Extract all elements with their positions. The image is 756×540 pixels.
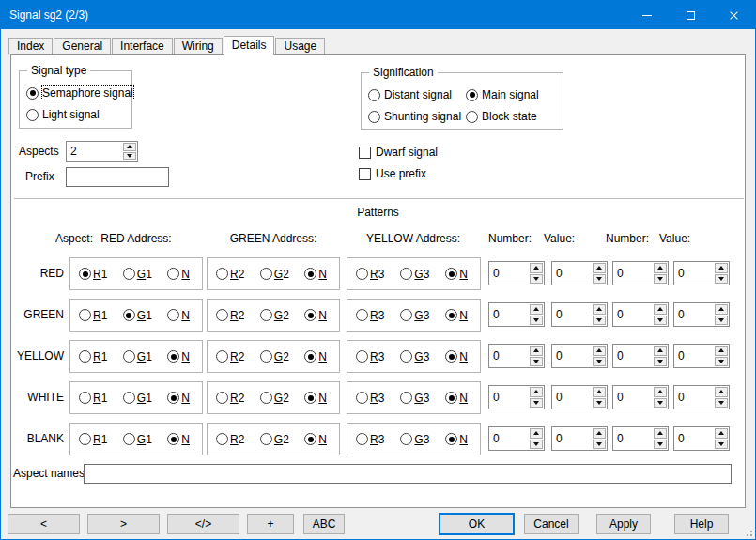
spinner-value[interactable]: 0 [489, 303, 529, 326]
spinner-up-button[interactable] [593, 428, 606, 439]
radio-yellow-n-2[interactable]: N [304, 350, 327, 363]
spinner-down-button[interactable] [715, 398, 728, 409]
radio-blank-r2-2[interactable]: R2 [216, 433, 244, 446]
radio-white-r2-2[interactable]: R2 [216, 392, 244, 405]
radio-white-n-1[interactable]: N [167, 392, 190, 405]
apply-button[interactable]: Apply [596, 514, 651, 534]
radio-yellow-n-1[interactable]: N [167, 350, 190, 363]
radio-green-r1-1[interactable]: R1 [79, 309, 107, 322]
radio-white-g1-1[interactable]: G1 [123, 392, 152, 405]
red-number-spinner-1[interactable]: 0 [488, 261, 545, 285]
resize-grip[interactable] [743, 527, 752, 536]
spinner-down-button[interactable] [593, 357, 606, 367]
spinner-down-button[interactable] [593, 316, 606, 326]
spinner-up-button[interactable] [654, 428, 667, 439]
radio-blank-r1-1[interactable]: R1 [79, 433, 107, 446]
abc-button[interactable]: ABC [303, 514, 345, 534]
radio-green-g2-2[interactable]: G2 [260, 309, 289, 322]
white-number-spinner-2[interactable]: 0 [612, 385, 669, 409]
radio-yellow-r1-1[interactable]: R1 [79, 350, 107, 363]
spinner-down-button[interactable] [715, 316, 728, 326]
spinner-up-button[interactable] [530, 387, 543, 397]
spinner-value[interactable]: 0 [552, 345, 592, 367]
radio-white-r1-1[interactable]: R1 [79, 392, 107, 405]
spinner-up-button[interactable] [654, 346, 667, 356]
minimize-button[interactable] [625, 1, 669, 29]
white-number-spinner-1[interactable]: 0 [488, 385, 545, 409]
help-button[interactable]: Help [674, 514, 729, 534]
spinner-down-button[interactable] [530, 440, 543, 450]
radio-white-n-2[interactable]: N [304, 392, 327, 405]
spinner-up-button[interactable] [715, 346, 728, 356]
close-button[interactable] [712, 1, 755, 29]
spinner-down-button[interactable] [593, 398, 606, 409]
radio-red-r3-3[interactable]: R3 [356, 268, 384, 281]
green-value-spinner-2[interactable]: 0 [673, 302, 730, 327]
yellow-value-spinner-1[interactable]: 0 [551, 344, 608, 368]
radio-red-n-3[interactable]: N [445, 268, 468, 281]
radio-distant-signal[interactable]: Distant signal [368, 88, 466, 101]
spinner-down-button[interactable] [654, 274, 667, 285]
spinner-up-button[interactable] [715, 428, 728, 439]
spinner-value[interactable]: 0 [489, 345, 529, 367]
spinner-up-button[interactable] [715, 304, 728, 315]
radio-blank-g3-3[interactable]: G3 [400, 433, 429, 446]
spinner-up-button[interactable] [715, 387, 728, 397]
checkbox-dwarf-signal[interactable]: Dwarf signal [359, 146, 438, 159]
spinner-down-button[interactable] [715, 357, 728, 367]
radio-blank-n-1[interactable]: N [167, 433, 190, 446]
radio-green-n-2[interactable]: N [304, 309, 327, 322]
spinner-value[interactable]: 0 [489, 262, 529, 285]
spinner-down-button[interactable] [715, 440, 728, 450]
aspects-spinner[interactable]: 2 [66, 141, 138, 162]
spinner-down-button[interactable] [593, 440, 606, 450]
spinner-value[interactable]: 0 [674, 262, 714, 285]
radio-yellow-r3-3[interactable]: R3 [356, 350, 384, 363]
radio-blank-g2-2[interactable]: G2 [260, 433, 289, 446]
spinner-up-button[interactable] [530, 346, 543, 356]
radio-green-r3-3[interactable]: R3 [356, 309, 384, 322]
radio-blank-g1-1[interactable]: G1 [123, 433, 152, 446]
radio-light-signal[interactable]: Light signal [26, 108, 131, 121]
radio-semaphore-signal[interactable]: Semaphore signal [26, 86, 131, 100]
radio-yellow-n-3[interactable]: N [445, 350, 468, 363]
spinner-value[interactable]: 0 [489, 386, 529, 409]
white-value-spinner-2[interactable]: 0 [673, 385, 730, 409]
spinner-value[interactable]: 0 [489, 427, 529, 450]
radio-red-g1-1[interactable]: G1 [123, 268, 152, 281]
spinner-value[interactable]: 0 [674, 303, 714, 326]
spinner-down-button[interactable] [530, 316, 543, 326]
spinner-up-button[interactable] [654, 263, 667, 273]
spinner-down-button[interactable] [654, 357, 667, 367]
radio-green-r2-2[interactable]: R2 [216, 309, 244, 322]
spinner-value[interactable]: 0 [674, 345, 714, 367]
white-value-spinner-1[interactable]: 0 [551, 385, 608, 409]
radio-block-state[interactable]: Block state [466, 110, 563, 123]
radio-white-r3-3[interactable]: R3 [356, 392, 384, 405]
radio-blank-n-3[interactable]: N [445, 433, 468, 446]
radio-green-n-3[interactable]: N [445, 309, 468, 322]
radio-shunting-signal[interactable]: Shunting signal [368, 110, 466, 123]
radio-red-n-1[interactable]: N [167, 268, 190, 281]
nav-forward-button[interactable]: > [87, 514, 160, 534]
red-number-spinner-2[interactable]: 0 [612, 261, 669, 285]
code-button[interactable]: </> [167, 514, 239, 534]
green-number-spinner-1[interactable]: 0 [488, 302, 545, 327]
spinner-down-button[interactable] [593, 274, 606, 285]
spinner-up-button[interactable] [593, 387, 606, 397]
tab-wiring[interactable]: Wiring [174, 38, 223, 54]
spinner-up-button[interactable] [123, 143, 136, 151]
spinner-value[interactable]: 0 [674, 427, 714, 450]
tab-usage[interactable]: Usage [275, 38, 325, 54]
spinner-value[interactable]: 0 [552, 303, 592, 326]
spinner-up-button[interactable] [593, 346, 606, 356]
radio-white-g3-3[interactable]: G3 [400, 392, 429, 405]
spinner-up-button[interactable] [530, 263, 543, 273]
spinner-down-button[interactable] [715, 274, 728, 285]
add-button[interactable]: + [247, 514, 294, 534]
spinner-value[interactable]: 0 [552, 262, 592, 285]
radio-yellow-g2-2[interactable]: G2 [260, 350, 289, 363]
blank-value-spinner-1[interactable]: 0 [551, 426, 608, 451]
radio-green-g1-1[interactable]: G1 [123, 309, 152, 322]
tab-interface[interactable]: Interface [112, 38, 173, 54]
